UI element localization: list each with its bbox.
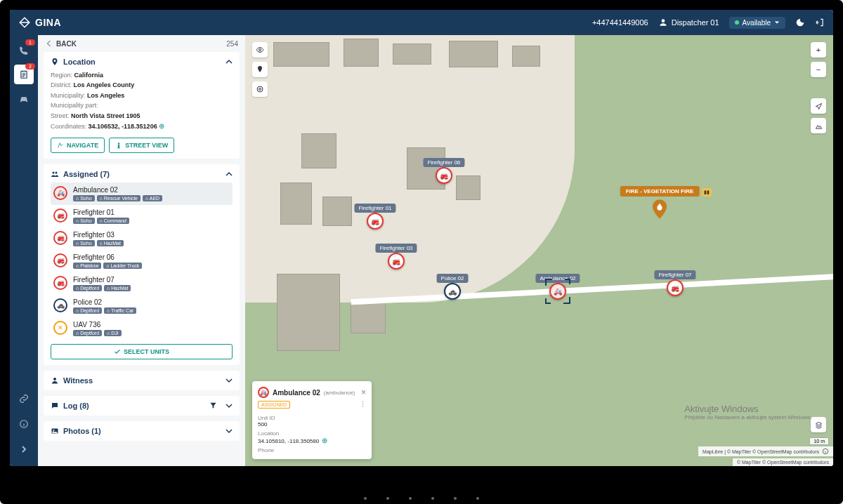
unit-name: UAV 736 — [73, 321, 230, 329]
photos-header[interactable]: Photos (1) — [51, 427, 233, 435]
fire-icon: 🚒 — [53, 208, 67, 223]
log-header[interactable]: Log (8) — [51, 402, 233, 410]
unit-tag: ⌂ Soho — [73, 218, 95, 224]
logout-icon[interactable] — [815, 18, 825, 27]
terrain-button[interactable] — [811, 118, 826, 133]
svg-point-9 — [259, 49, 261, 51]
witness-header[interactable]: Witness — [51, 376, 233, 385]
unit-name: Firefighter 06 — [73, 253, 230, 261]
nav-board[interactable] — [14, 65, 34, 84]
unit-row[interactable]: ✕UAV 736⌂ Deptford⌂ DJI — [51, 317, 233, 340]
target-icon[interactable]: ⊕ — [322, 437, 327, 444]
incident-marker[interactable]: FIRE - VEGETATION FIRE ▮▮ — [652, 199, 667, 219]
dark-mode-icon[interactable] — [795, 18, 805, 27]
nav-calls[interactable] — [14, 41, 34, 60]
location-section: Location Region: California District: Lo… — [44, 52, 240, 159]
marker-firefighter-07[interactable]: Firefighter 07 🚒 — [667, 279, 684, 296]
unit-row[interactable]: 🚓Police 02⌂ Deptford⌂ Traffic Car — [51, 295, 233, 317]
marker-ambulance-02[interactable]: Ambulance 02 🚑 — [549, 283, 566, 300]
unit-tag: ⌂ Ladder Truck — [103, 263, 142, 269]
back-label: BACK — [56, 40, 77, 48]
assigned-title: Assigned (7) — [63, 170, 110, 178]
nav-info[interactable] — [14, 414, 34, 434]
chevron-down-icon — [226, 402, 233, 409]
app-logo[interactable]: GINA — [18, 16, 61, 29]
marker-police-02[interactable]: Police 02 🚓 — [444, 283, 461, 300]
unit-tag: ⌂ HazMat — [97, 240, 124, 246]
chevron-right-icon — [20, 446, 27, 453]
zoom-out-button[interactable]: − — [811, 62, 826, 77]
popup-status: ASSIGNED — [258, 401, 290, 409]
topbar: GINA +447441449006 Dispatcher 01 Availab… — [10, 10, 833, 35]
link-icon — [19, 394, 29, 404]
selection-brackets-icon — [545, 279, 570, 304]
unit-row[interactable]: 🚒Firefighter 06⌂ Plaistow⌂ Ladder Truck — [51, 250, 233, 272]
person-icon — [115, 142, 122, 149]
target-icon[interactable]: ⊕ — [159, 122, 164, 130]
marker-firefighter-03[interactable]: Firefighter 03 🚒 — [388, 253, 405, 270]
location-header[interactable]: Location — [51, 58, 233, 66]
mountain-icon — [815, 122, 823, 130]
svg-point-6 — [53, 378, 56, 380]
layers-button[interactable] — [811, 417, 826, 432]
fire-truck-icon: 🚒 — [367, 213, 384, 230]
filter-icon[interactable] — [209, 402, 217, 409]
marker-firefighter-06[interactable]: Firefighter 06 🚒 — [436, 167, 452, 184]
popup-title: Ambulance 02 — [273, 389, 320, 397]
nav-vehicles[interactable] — [14, 88, 34, 108]
svg-point-8 — [53, 430, 55, 431]
ambulance-icon: 🚑 — [258, 387, 269, 398]
location-pin-icon — [51, 58, 59, 66]
fire-icon: 🚒 — [53, 231, 67, 245]
os-watermark: Aktivujte Windows Přejděte do Nastavení … — [684, 404, 812, 420]
chevron-down-icon — [774, 20, 780, 25]
fire-truck-icon: 🚒 — [388, 253, 405, 270]
status-selector[interactable]: Available — [729, 17, 785, 29]
map-radar-button[interactable] — [252, 81, 268, 97]
photos-section: Photos (1) — [44, 421, 240, 441]
fire-truck-icon: 🚒 — [436, 167, 452, 184]
status-dot-icon — [735, 20, 739, 25]
unit-name: Firefighter 03 — [73, 231, 230, 239]
back-button[interactable]: BACK — [45, 39, 77, 48]
nav-expand[interactable] — [14, 439, 34, 459]
eye-icon — [256, 46, 264, 54]
user-section[interactable]: Dispatcher 01 — [658, 18, 719, 27]
unit-tag: ⌂ Plaistow — [73, 263, 101, 269]
svg-point-4 — [53, 171, 55, 173]
assigned-header[interactable]: Assigned (7) — [51, 170, 233, 178]
unit-tag: ⌂ Command — [97, 218, 129, 224]
layers-icon — [815, 421, 823, 429]
nav-link[interactable] — [14, 389, 34, 409]
unit-name: Firefighter 07 — [73, 276, 230, 284]
unit-row[interactable]: 🚑Ambulance 02⌂ Soho⌂ Rescue Vehicle⌂ AED — [51, 183, 233, 205]
select-units-button[interactable]: SELECT UNITS — [51, 344, 233, 359]
popup-close-button[interactable]: × — [361, 387, 366, 397]
zoom-in-button[interactable]: + — [811, 42, 826, 58]
witness-section: Witness — [44, 371, 240, 390]
unit-row[interactable]: 🚒Firefighter 07⌂ Deptford⌂ HazMat — [51, 272, 233, 295]
vehicle-icon — [19, 93, 29, 103]
topbar-phone: +447441449006 — [592, 18, 648, 27]
device-dock — [364, 497, 479, 500]
status-label: Available — [743, 19, 771, 27]
unit-row[interactable]: 🚒Firefighter 03⌂ Soho⌂ HazMat — [51, 227, 233, 250]
locate-button[interactable] — [811, 98, 826, 114]
map-scale: 10 m — [809, 437, 829, 445]
fire-truck-icon: 🚒 — [667, 279, 684, 296]
unit-row[interactable]: 🚒Firefighter 01⌂ Soho⌂ Command — [51, 205, 233, 227]
info-icon[interactable] — [822, 448, 829, 455]
svg-point-11 — [257, 86, 263, 92]
popup-menu-button[interactable]: ⋮ — [360, 401, 366, 408]
marker-firefighter-01[interactable]: Firefighter 01 🚒 — [367, 213, 384, 230]
unit-name: Firefighter 01 — [73, 208, 230, 216]
police-icon: 🚓 — [53, 298, 67, 312]
map-visibility-button[interactable] — [252, 42, 268, 58]
user-name: Dispatcher 01 — [672, 18, 719, 27]
unit-name: Police 02 — [73, 298, 230, 306]
map[interactable]: + − Firefighter 01 🚒 Firefighter 03 🚒 Fi… — [245, 35, 833, 466]
navigate-button[interactable]: NAVIGATE — [51, 138, 105, 153]
map-pin-button[interactable] — [252, 62, 268, 77]
streetview-button[interactable]: STREET VIEW — [109, 138, 174, 153]
location-fields: Region: California District: Los Angeles… — [51, 70, 233, 132]
